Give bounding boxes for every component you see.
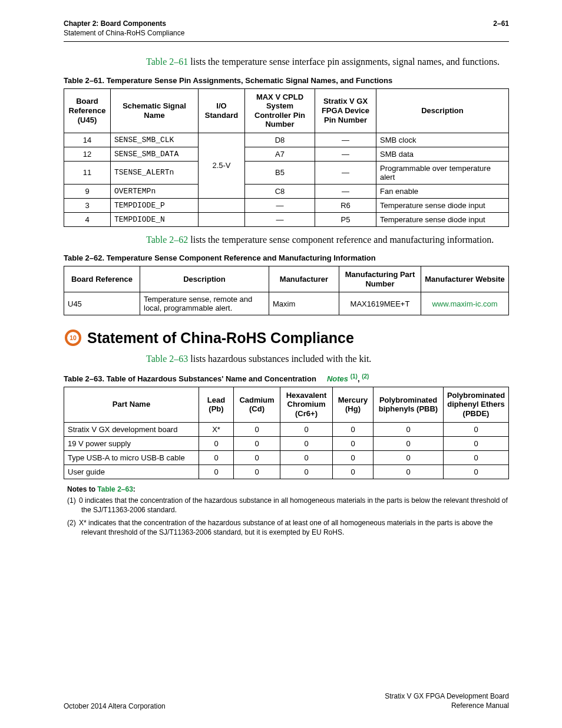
link-table-2-63[interactable]: Table 2–63	[146, 354, 188, 364]
table-row: 9 OVERTEMPn C8 — Fan enable	[64, 184, 509, 198]
page-header: Chapter 2: Board Components Statement of…	[64, 19, 509, 38]
rohs-badge-icon: 10	[64, 328, 82, 347]
link-table-2-62[interactable]: Table 2–62	[146, 235, 188, 245]
heading-china-rohs: Statement of China-RoHS Compliance	[87, 330, 354, 347]
table-row: 11 TSENSE_ALERTn B5 — Programmable over …	[64, 161, 509, 184]
svg-text:10: 10	[70, 335, 77, 341]
table-row: Stratix V GX development board X* 0 0 0 …	[64, 422, 509, 436]
t61-h2: I/O Standard	[199, 88, 245, 133]
t63-h1: Lead (Pb)	[199, 387, 234, 422]
table-2-62: Board Reference Description Manufacturer…	[64, 266, 509, 315]
table-row: 14 SENSE_SMB_CLK 2.5-V D8 — SMB clock	[64, 133, 509, 147]
note-2: (2)X* indicates that the concentration o…	[67, 518, 509, 537]
table-row: Type USB-A to micro USB-B cable 0 0 0 0 …	[64, 450, 509, 465]
note-ref-2[interactable]: (2)	[362, 373, 369, 380]
t63-h3: Hexavalent Chromium (Cr6+)	[280, 387, 333, 422]
t63-h5: Polybrominated biphenyls (PBB)	[373, 387, 444, 422]
footer-right-2: Reference Manual	[385, 701, 509, 710]
table-row: User guide 0 0 0 0 0 0	[64, 465, 509, 479]
note-1: (1)0 indicates that the concentration of…	[67, 496, 509, 515]
link-table-2-61[interactable]: Table 2–61	[146, 57, 188, 67]
table-2-61: Board Reference (U45) Schematic Signal N…	[64, 88, 509, 227]
notes-label: Notes	[327, 374, 348, 383]
page-footer: October 2014 Altera Corporation Stratix …	[64, 691, 509, 710]
header-rule	[64, 41, 509, 42]
t63-h6: Polybrominated diphenyl Ethers (PBDE)	[444, 387, 509, 422]
t63-h4: Mercury (Hg)	[333, 387, 373, 422]
footer-left: October 2014 Altera Corporation	[64, 702, 166, 710]
t62-h4: Manufacturer Website	[421, 266, 509, 292]
header-chapter: Chapter 2: Board Components	[64, 19, 184, 28]
t62-h1: Description	[140, 266, 269, 292]
table-row: 3 TEMPDIODE_P — R6 Temperature sense dio…	[64, 198, 509, 212]
table-row: 19 V power supply 0 0 0 0 0 0	[64, 436, 509, 450]
intro-t62: Table 2–62 lists the temperature sense c…	[64, 233, 509, 246]
caption-t62: Table 2–62. Temperature Sense Component …	[64, 253, 509, 262]
table-row: 12 SENSE_SMB_DATA A7 — SMB data	[64, 147, 509, 161]
intro-t63: Table 2–63 lists hazardous substances in…	[64, 352, 509, 365]
t61-h5: Description	[376, 88, 509, 133]
table-row: 4 TEMPDIODE_N — P5 Temperature sense dio…	[64, 212, 509, 226]
t63-h2: Cadmium (Cd)	[234, 387, 280, 422]
header-page-number: 2–61	[493, 19, 509, 28]
t61-io-standard: 2.5-V	[199, 133, 245, 198]
caption-t63: Table 2–63. Table of Hazardous Substance…	[64, 373, 509, 383]
link-maxim-website[interactable]: www.maxim-ic.com	[432, 299, 497, 308]
note-ref-1[interactable]: (1)	[351, 373, 358, 380]
t63-h0: Part Name	[64, 387, 199, 422]
footer-right-1: Stratix V GX FPGA Development Board	[385, 691, 509, 701]
t61-h0: Board Reference (U45)	[64, 88, 111, 133]
notes-heading: Notes to Table 2–63:	[67, 485, 509, 493]
t61-h3: MAX V CPLD System Controller Pin Number	[245, 88, 315, 133]
t62-h0: Board Reference	[64, 266, 140, 292]
t62-h2: Manufacturer	[269, 266, 339, 292]
caption-t61: Table 2–61. Temperature Sense Pin Assign…	[64, 76, 509, 85]
header-section: Statement of China-RoHS Compliance	[64, 28, 184, 38]
t61-h4: Stratix V GX FPGA Device Pin Number	[315, 88, 376, 133]
intro-t61: Table 2–61 lists the temperature sense i…	[64, 55, 509, 68]
link-notes-table[interactable]: Table 2–63	[97, 485, 133, 493]
table-2-63: Part Name Lead (Pb) Cadmium (Cd) Hexaval…	[64, 387, 509, 479]
t62-h3: Manufacturing Part Number	[339, 266, 421, 292]
table-row: U45 Temperature sense, remote and local,…	[64, 292, 509, 315]
t61-h1: Schematic Signal Name	[111, 88, 199, 133]
